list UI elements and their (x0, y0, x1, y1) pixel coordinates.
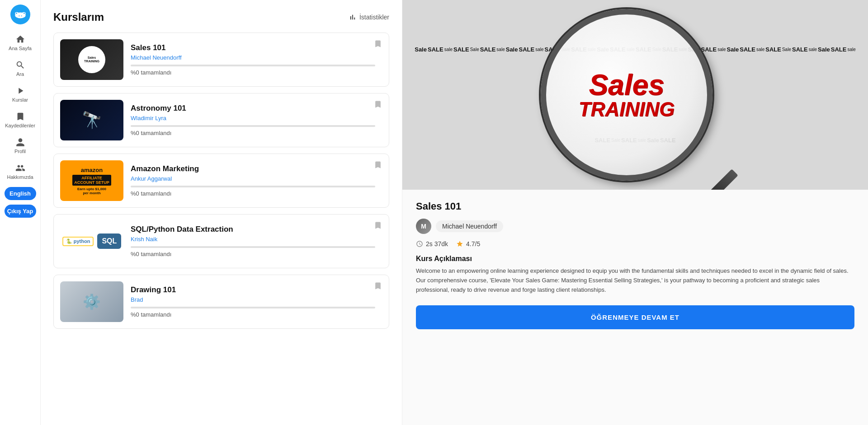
course-name: Sales 101 (131, 43, 375, 52)
course-info-amazon: Amazon Marketing Ankur Aggarwal %0 tamam… (123, 164, 382, 197)
course-instructor: Brad (131, 296, 375, 303)
hippo-icon (14, 9, 26, 20)
magnifier-overlay: Sales TRAINING (541, 9, 712, 181)
course-name: Amazon Marketing (131, 164, 375, 173)
person-icon (15, 137, 25, 147)
play-icon (15, 86, 25, 96)
python-label: 🐍 python (62, 237, 94, 246)
sidebar-item-ara[interactable]: Ara (3, 56, 38, 80)
sidebar-item-label: Ara (16, 71, 24, 77)
language-button[interactable]: English (5, 187, 36, 200)
stats-label: İstatistikler (359, 14, 389, 21)
course-instructor: Ankur Aggarwal (131, 175, 375, 182)
course-card-sales-101[interactable]: SalesTRAINING Sales 101 Michael Neuendor… (53, 33, 389, 87)
telescope-icon: 🔭 (82, 111, 102, 130)
meta-row: 2s 37dk 4.7/5 (416, 240, 854, 248)
detail-body: Sales 101 M Michael Neuendorff 2s 37dk 4… (402, 190, 868, 340)
earn-label: Earn upto $1,000per month (77, 187, 106, 195)
course-card-drawing-101[interactable]: ⚙️ Drawing 101 Brad %0 tamamlandı (53, 275, 389, 329)
group-icon (15, 163, 25, 173)
course-thumbnail-astronomy: 🔭 (60, 100, 123, 140)
course-progress-text: %0 tamamlandı (131, 190, 375, 197)
python-badge-group: 🐍 python (62, 237, 94, 246)
sidebar-item-ana-sayfa[interactable]: Ana Sayfa (3, 31, 38, 55)
instructor-name-badge: Michael Neuendorff (436, 220, 503, 232)
course-thumbnail-sales: SalesTRAINING (60, 39, 123, 80)
sidebar-item-label: Profil (14, 149, 26, 154)
bookmark-button-python[interactable] (373, 221, 382, 232)
course-info-sales: Sales 101 Michael Neuendorff %0 tamamlan… (123, 43, 382, 76)
course-card-sql-python[interactable]: 🐍 python SQL SQL/Python Data Extraction … (53, 214, 389, 268)
course-progress-bar (131, 186, 375, 187)
app-logo[interactable] (10, 5, 30, 24)
sidebar-item-label: Hakkımızda (7, 174, 33, 180)
stats-link[interactable]: İstatistikler (349, 13, 389, 21)
amazon-label: amazon (81, 167, 103, 173)
course-thumbnail-drawing: ⚙️ (60, 281, 123, 322)
course-progress-bar (131, 125, 375, 127)
bookmark-icon (373, 221, 382, 230)
sql-label: SQL (97, 234, 121, 249)
course-card-astronomy-101[interactable]: 🔭 Astronomy 101 Wladimir Lyra %0 tamamla… (53, 93, 389, 147)
affiliate-label: AFFILIATEACCOUNT SETUP (72, 175, 111, 186)
rating-text: 4.7/5 (466, 240, 480, 248)
duration-text: 2s 37dk (426, 240, 448, 248)
course-thumbnail-amazon: amazon AFFILIATEACCOUNT SETUP Earn upto … (60, 160, 123, 201)
course-progress-text: %0 tamamlandı (131, 69, 375, 76)
description-title: Kurs Açıklaması (416, 255, 854, 263)
sidebar-item-kurslar[interactable]: Kurslar (3, 82, 38, 106)
bookmark-button-astronomy[interactable] (373, 100, 382, 111)
course-card-amazon-marketing[interactable]: amazon AFFILIATEACCOUNT SETUP Earn upto … (53, 154, 389, 208)
sidebar-item-kaydedilenler[interactable]: Kaydedilenler (3, 108, 38, 132)
svg-point-3 (16, 13, 17, 14)
hero-training-text: TRAINING (579, 99, 675, 119)
course-thumbnail-python: 🐍 python SQL (60, 221, 123, 262)
course-progress-bar (131, 307, 375, 308)
sidebar-item-hakkimizda[interactable]: Hakkımızda (3, 159, 38, 183)
bookmark-button-drawing[interactable] (373, 281, 382, 292)
course-name: Drawing 101 (131, 285, 375, 294)
instructor-row: M Michael Neuendorff (416, 219, 854, 234)
svg-point-4 (24, 13, 25, 14)
course-info-python: SQL/Python Data Extraction Krish Naik %0… (123, 225, 382, 257)
svg-point-5 (19, 15, 19, 16)
main-content: Kurslarım İstatistikler SalesTRAINING Sa… (41, 0, 868, 425)
clock-icon (416, 240, 423, 248)
logout-button[interactable]: Çıkış Yap (5, 205, 36, 218)
course-instructor: Wladimir Lyra (131, 115, 375, 121)
sidebar: Ana Sayfa Ara Kurslar Kaydedilenler Prof… (0, 0, 41, 425)
bookmark-button-amazon[interactable] (373, 160, 382, 171)
course-instructor: Michael Neuendorff (131, 54, 375, 61)
panel-title: Kurslarım (53, 11, 104, 23)
sidebar-item-profil[interactable]: Profil (3, 134, 38, 158)
bookmark-icon (373, 39, 382, 48)
course-progress-text: %0 tamamlandı (131, 130, 375, 136)
duration-meta: 2s 37dk (416, 240, 448, 248)
course-progress-text: %0 tamamlandı (131, 251, 375, 257)
course-instructor: Krish Naik (131, 236, 375, 243)
detail-panel: Sale SALE sale SALE Sale SALE sale Sale … (402, 0, 868, 425)
course-list-panel: Kurslarım İstatistikler SalesTRAINING Sa… (41, 0, 402, 425)
drawing-icon: ⚙️ (83, 293, 101, 310)
course-name: Astronomy 101 (131, 104, 375, 113)
sidebar-item-label: Ana Sayfa (9, 46, 32, 51)
bookmark-icon (15, 112, 25, 121)
cta-button[interactable]: ÖĞRENMEYE DEVAM ET (416, 305, 854, 329)
detail-course-title: Sales 101 (416, 201, 854, 212)
home-icon (15, 34, 25, 44)
hero-sales-text: Sales (589, 70, 664, 99)
course-progress-bar (131, 65, 375, 66)
description-text: Welcome to an empowering online learning… (416, 266, 854, 294)
avatar-initials: M (416, 219, 431, 234)
course-name: SQL/Python Data Extraction (131, 225, 375, 234)
search-icon (15, 60, 25, 70)
course-info-astronomy: Astronomy 101 Wladimir Lyra %0 tamamland… (123, 104, 382, 136)
bookmark-icon (373, 281, 382, 290)
panel-header: Kurslarım İstatistikler (53, 11, 389, 23)
bookmark-icon (373, 100, 382, 109)
course-info-drawing: Drawing 101 Brad %0 tamamlandı (123, 285, 382, 318)
bookmark-button-sales[interactable] (373, 39, 382, 50)
svg-point-6 (21, 15, 22, 16)
instructor-avatar: M (416, 219, 431, 234)
course-progress-bar (131, 246, 375, 248)
